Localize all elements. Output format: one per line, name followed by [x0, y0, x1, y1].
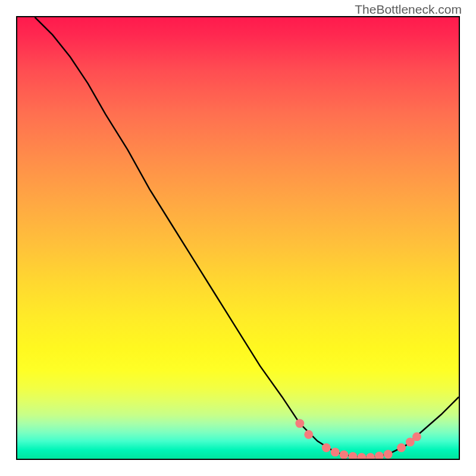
data-marker: [357, 453, 366, 459]
data-marker: [340, 450, 349, 459]
data-marker: [384, 450, 393, 459]
curve-line: [35, 17, 459, 458]
data-marker: [375, 452, 384, 459]
data-marker: [331, 447, 340, 456]
data-marker: [349, 452, 358, 459]
plot-area: [16, 16, 460, 460]
data-marker: [304, 430, 313, 439]
data-marker: [366, 453, 375, 459]
data-marker: [322, 443, 331, 452]
data-marker: [397, 443, 406, 452]
chart-svg: [17, 17, 459, 459]
attribution-text: TheBottleneck.com: [355, 2, 462, 17]
chart-container: TheBottleneck.com: [0, 0, 476, 476]
data-marker: [295, 419, 304, 428]
data-marker: [412, 432, 421, 441]
